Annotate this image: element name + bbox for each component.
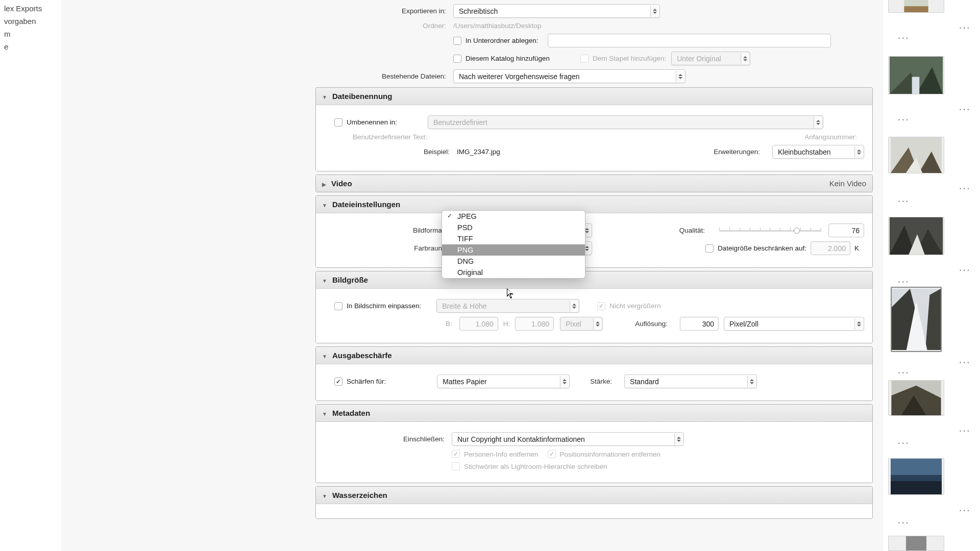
thumbnail-selected[interactable] [891, 287, 942, 352]
metadata-include-select[interactable]: Nur Copyright und Kontaktinformationen [452, 432, 684, 446]
chevron-updown-icon [560, 376, 568, 387]
preset-item[interactable]: lex Exports [0, 2, 61, 15]
example-value: IMG_2347.jpg [457, 148, 500, 156]
filmstrip: • • • • • • • • • • • • • • • • • • • • … [883, 0, 980, 551]
add-to-catalog-checkbox[interactable] [453, 55, 461, 63]
section-video-header[interactable]: Video Kein Video [316, 175, 872, 192]
limit-filesize-label: Dateigröße beschränken auf: [718, 244, 806, 252]
stack-position-value: Unter Original [677, 55, 721, 63]
section-file-settings: Dateieinstellungen Bildforma Qualität: 7… [315, 195, 873, 268]
ellipsis-icon: • • • [960, 429, 969, 434]
dropdown-option-original[interactable]: Original [442, 267, 585, 278]
existing-files-label: Bestehende Dateien: [315, 72, 453, 80]
extensions-select[interactable]: Kleinbuchstaben [772, 145, 864, 159]
svg-rect-26 [906, 536, 926, 550]
thumbnail[interactable] [888, 217, 944, 255]
dimension-unit-value: Pixel [566, 320, 581, 328]
export-to-value: Schreibtisch [459, 7, 498, 15]
section-output-sharpening-header[interactable]: Ausgabeschärfe [316, 347, 872, 364]
ellipsis-icon: • • • [960, 107, 969, 112]
chevron-updown-icon [747, 376, 755, 387]
chevron-updown-icon [650, 6, 658, 17]
section-output-sharpening-title: Ausgabeschärfe [332, 351, 392, 360]
chevron-updown-icon [854, 318, 863, 330]
section-metadata-header[interactable]: Metadaten [316, 405, 872, 422]
section-naming: Dateibenennung Umbenennen in: Benutzerde… [315, 87, 873, 171]
dropdown-option-png[interactable]: PNG [442, 244, 585, 256]
export-settings-panel: Exportieren in: Schreibtisch Ordner: /Us… [315, 0, 873, 519]
limit-filesize-unit: K [854, 244, 859, 252]
subfolder-label: In Unterordner ablegen: [465, 37, 538, 44]
mouse-cursor-icon [507, 288, 516, 299]
ellipsis-icon: • • • [898, 117, 908, 122]
folder-label: Ordner: [315, 22, 453, 30]
keywords-hierarchy-label: Stichwörter als Lightroom-Hierarchie sch… [464, 463, 607, 470]
resolution-unit-select[interactable]: Pixel/Zoll [724, 317, 864, 331]
dropdown-option-dng[interactable]: DNG [442, 256, 585, 267]
ellipsis-icon: • • • [898, 280, 908, 285]
image-format-label: Bildforma [324, 227, 449, 234]
stack-position-select: Unter Original [671, 52, 750, 65]
rename-checkbox[interactable] [334, 118, 342, 127]
section-file-settings-header[interactable]: Dateieinstellungen [316, 196, 872, 213]
sharpen-amount-select[interactable]: Standard [624, 374, 757, 388]
subfolder-checkbox[interactable] [453, 37, 461, 45]
resize-to-fit-checkbox[interactable] [334, 302, 342, 310]
sharpen-for-checkbox[interactable] [334, 378, 342, 386]
sharpen-amount-value: Standard [630, 378, 659, 386]
preset-sidebar: lex Exports vorgaben m e [0, 0, 61, 551]
thumbnail[interactable] [888, 137, 944, 173]
sharpen-media-select[interactable]: Mattes Papier [437, 374, 570, 388]
chevron-updown-icon [814, 117, 822, 128]
resolution-input[interactable]: 300 [680, 317, 719, 331]
dropdown-option-jpeg[interactable]: JPEG [442, 211, 585, 222]
section-image-sizing-header[interactable]: Bildgröße [316, 271, 872, 289]
dimension-unit-select: Pixel [560, 317, 603, 331]
ellipsis-icon: • • • [960, 26, 969, 31]
extensions-label: Erweiterungen: [714, 148, 767, 156]
dropdown-option-tiff[interactable]: TIFF [442, 233, 585, 244]
existing-files-select[interactable]: Nach weiterer Vorgehensweise fragen [453, 69, 685, 83]
ellipsis-icon: • • • [898, 199, 908, 204]
disclosure-triangle-icon [322, 276, 327, 284]
folder-path: /Users/matthiasbutz/Desktop [453, 22, 542, 30]
dont-enlarge-checkbox [597, 302, 605, 310]
extensions-value: Kleinbuchstaben [778, 148, 831, 156]
thumbnail[interactable] [888, 380, 944, 416]
thumbnail[interactable] [888, 56, 944, 94]
ellipsis-icon: • • • [960, 508, 969, 513]
height-input: 1.080 [515, 317, 554, 331]
preset-item[interactable]: vorgaben [0, 15, 61, 28]
ellipsis-icon: • • • [898, 36, 908, 41]
ellipsis-icon: • • • [898, 520, 908, 525]
add-to-stack-label: Dem Stapel hinzufügen: [593, 55, 666, 62]
quality-value-input[interactable]: 76 [828, 223, 864, 237]
section-video-summary: Kein Video [829, 179, 866, 188]
limit-filesize-checkbox[interactable] [705, 244, 714, 253]
export-to-select[interactable]: Schreibtisch [453, 4, 660, 18]
keywords-hierarchy-checkbox [452, 462, 460, 470]
resize-mode-select: Breite & Höhe [436, 299, 579, 313]
subfolder-input[interactable] [548, 34, 831, 47]
disclosure-triangle-icon [322, 92, 327, 101]
quality-slider[interactable] [719, 226, 821, 235]
preset-item[interactable]: e [0, 40, 61, 53]
thumbnail[interactable] [888, 458, 944, 495]
thumbnail[interactable] [888, 0, 944, 13]
section-naming-header[interactable]: Dateibenennung [316, 88, 872, 105]
example-label: Beispiel: [324, 148, 457, 156]
width-input: 1.080 [459, 317, 498, 331]
metadata-include-value: Nur Copyright und Kontaktinformationen [457, 435, 585, 443]
section-watermark-header[interactable]: Wasserzeichen [316, 487, 872, 504]
rename-label: Umbenennen in: [347, 118, 397, 126]
thumbnail[interactable] [888, 536, 944, 551]
metadata-include-label: Einschließen: [324, 435, 452, 443]
svg-rect-24 [891, 479, 942, 494]
sharpen-amount-label: Stärke: [590, 378, 619, 385]
svg-rect-3 [904, 6, 928, 12]
export-to-label: Exportieren in: [315, 7, 453, 15]
preset-item[interactable]: m [0, 28, 61, 40]
section-output-sharpening: Ausgabeschärfe Schärfen für: Mattes Papi… [315, 346, 873, 401]
chevron-updown-icon [674, 434, 682, 445]
dropdown-option-psd[interactable]: PSD [442, 222, 585, 233]
